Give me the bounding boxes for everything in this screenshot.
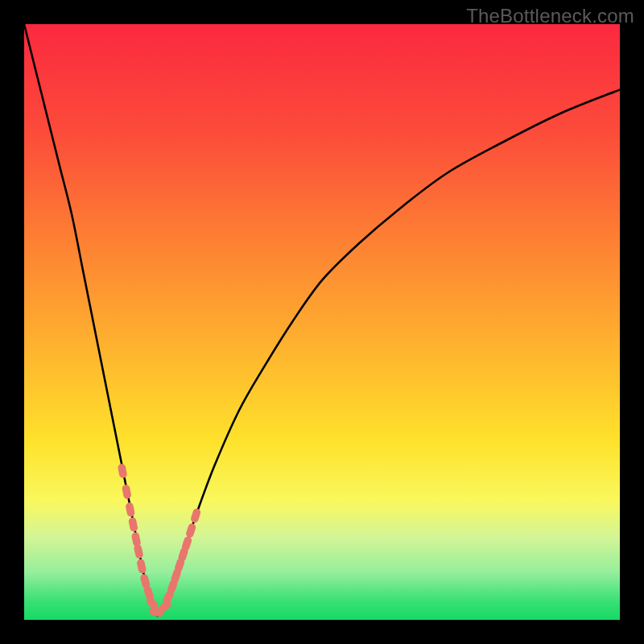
curve-marker — [134, 543, 144, 559]
marker-group — [118, 463, 202, 617]
curve-marker — [122, 484, 132, 499]
curve-marker — [185, 522, 197, 539]
curve-layer — [24, 24, 620, 620]
watermark-text: TheBottleneck.com — [466, 5, 634, 27]
curve-marker — [136, 559, 147, 574]
chart-frame: TheBottleneck.com — [0, 0, 644, 644]
curve-marker — [128, 517, 138, 532]
bottleneck-curve — [24, 24, 620, 616]
curve-marker — [125, 502, 135, 517]
curve-marker — [118, 463, 128, 478]
plot-area — [24, 24, 620, 620]
curve-marker — [190, 508, 202, 524]
